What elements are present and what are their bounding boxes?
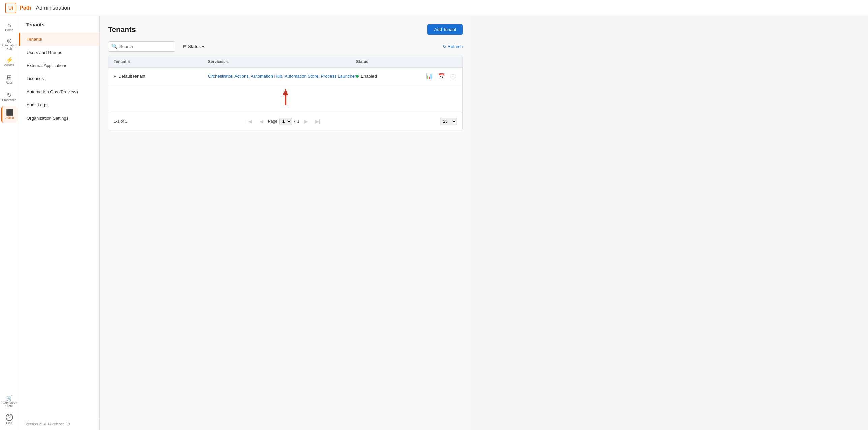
search-input[interactable] bbox=[119, 44, 172, 49]
status-col-label: Status bbox=[356, 59, 368, 64]
nav-automation-store-label: Automation Store bbox=[1, 401, 18, 408]
services-cell[interactable]: Orchestrator, Actions, Automation Hub, A… bbox=[208, 74, 356, 79]
main-content: Tenants Add Tenant 🔍 ⊟ Status ▾ ↻ Refres bbox=[100, 16, 471, 430]
search-box[interactable]: 🔍 bbox=[108, 41, 175, 52]
bar-chart-icon[interactable]: 📊 bbox=[425, 72, 434, 81]
sidebar-menu: Tenants Users and Groups External Applic… bbox=[19, 33, 99, 418]
sidebar-item-automation-ops[interactable]: Automation Ops (Preview) bbox=[19, 85, 99, 98]
toolbar: 🔍 ⊟ Status ▾ ↻ Refresh bbox=[108, 41, 463, 56]
help-icon: ? bbox=[6, 414, 13, 421]
sidebar-item-licenses[interactable]: Licenses bbox=[19, 72, 99, 85]
nav-item-help[interactable]: ? Help bbox=[1, 411, 18, 427]
nav-item-actions[interactable]: ⚡ Actions bbox=[1, 54, 18, 70]
row-actions-cell: 📊 📅 ⋮ bbox=[423, 72, 457, 81]
per-page-select[interactable]: 25 50 100 bbox=[440, 118, 457, 125]
logo-brand: Path bbox=[20, 5, 31, 11]
per-page-control: 25 50 100 bbox=[440, 118, 457, 125]
status-filter-label: Status bbox=[188, 44, 201, 49]
nav-item-automation-hub[interactable]: ◎ Automation Hub bbox=[1, 36, 18, 53]
next-page-button[interactable]: ▶ bbox=[301, 117, 311, 126]
more-options-icon[interactable]: ⋮ bbox=[449, 72, 457, 81]
pagination: 1-1 of 1 |◀ ◀ Page 1 / 1 ▶ ▶| bbox=[108, 112, 462, 130]
chevron-down-icon: ▾ bbox=[202, 44, 204, 49]
nav-actions-label: Actions bbox=[4, 64, 14, 67]
logo-area: Ui Path Administration bbox=[5, 3, 70, 13]
status-filter[interactable]: ⊟ Status ▾ bbox=[179, 42, 208, 52]
nav-item-admin[interactable]: ⬛ Admin bbox=[1, 106, 18, 123]
sidebar-item-audit-logs[interactable]: Audit Logs bbox=[19, 98, 99, 111]
services-sort-icon: ⇅ bbox=[226, 60, 229, 64]
calendar-icon[interactable]: 📅 bbox=[437, 72, 446, 81]
tenant-sort-icon: ⇅ bbox=[128, 60, 130, 64]
sidebar: Tenants Tenants Users and Groups Externa… bbox=[19, 16, 100, 430]
admin-title: Administration bbox=[36, 5, 70, 11]
refresh-label: Refresh bbox=[448, 44, 463, 49]
refresh-button[interactable]: ↻ Refresh bbox=[443, 44, 463, 49]
logo-box: Ui bbox=[5, 3, 16, 13]
services-col-label: Services bbox=[208, 59, 225, 64]
sidebar-item-org-settings[interactable]: Organization Settings bbox=[19, 111, 99, 125]
sidebar-item-external-apps[interactable]: External Applications bbox=[19, 59, 99, 72]
nav-processes-label: Processes bbox=[2, 99, 16, 102]
last-page-button[interactable]: ▶| bbox=[313, 117, 322, 126]
apps-icon: ⊞ bbox=[7, 74, 12, 80]
version-label: Version 21.4.14-release.10 bbox=[26, 422, 70, 426]
prev-page-button[interactable]: ◀ bbox=[257, 117, 266, 126]
column-header-actions bbox=[423, 59, 457, 64]
page-title: Tenants bbox=[108, 25, 136, 34]
first-page-button[interactable]: |◀ bbox=[245, 117, 255, 126]
filter-icon: ⊟ bbox=[183, 44, 187, 49]
tenant-cell: ▶ DefaultTenant bbox=[114, 74, 208, 79]
admin-icon: ⬛ bbox=[6, 109, 13, 115]
toolbar-right: ↻ Refresh bbox=[443, 44, 463, 49]
status-label: Enabled bbox=[361, 74, 377, 79]
sidebar-header: Tenants bbox=[19, 16, 99, 33]
page-header: Tenants Add Tenant bbox=[108, 24, 463, 35]
status-dot bbox=[356, 75, 359, 78]
automation-hub-icon: ◎ bbox=[7, 38, 12, 43]
annotation-arrow bbox=[283, 89, 288, 105]
pagination-controls: |◀ ◀ Page 1 / 1 ▶ ▶| bbox=[245, 117, 322, 126]
nav-item-apps[interactable]: ⊞ Apps bbox=[1, 71, 18, 88]
actions-icon: ⚡ bbox=[6, 57, 13, 63]
table-row: ▶ DefaultTenant Orchestrator, Actions, A… bbox=[108, 68, 462, 85]
total-pages: 1 bbox=[297, 119, 299, 124]
toolbar-left: 🔍 ⊟ Status ▾ bbox=[108, 41, 208, 52]
page-label: Page bbox=[268, 119, 277, 124]
tenant-name: DefaultTenant bbox=[118, 74, 145, 79]
sidebar-footer: Version 21.4.14-release.10 bbox=[19, 418, 99, 430]
tenant-col-label: Tenant bbox=[114, 59, 126, 64]
expand-icon[interactable]: ▶ bbox=[114, 74, 116, 78]
nav-item-home[interactable]: ⌂ Home bbox=[1, 19, 18, 35]
top-bar: Ui Path Administration bbox=[0, 0, 868, 16]
tenants-table: Tenant ⇅ Services ⇅ Status ▶ DefaultTena… bbox=[108, 56, 463, 130]
table-header: Tenant ⇅ Services ⇅ Status bbox=[108, 56, 462, 68]
logo-icon: Ui bbox=[8, 5, 13, 11]
column-header-services[interactable]: Services ⇅ bbox=[208, 59, 356, 64]
page-separator: / bbox=[294, 119, 295, 124]
nav-home-label: Home bbox=[5, 29, 13, 32]
nav-item-automation-store[interactable]: 🛒 Automation Store bbox=[1, 394, 18, 410]
page-info: Page 1 / 1 bbox=[268, 118, 299, 125]
nav-apps-label: Apps bbox=[6, 81, 13, 85]
sidebar-item-users-groups[interactable]: Users and Groups bbox=[19, 46, 99, 59]
refresh-icon: ↻ bbox=[443, 44, 446, 49]
processes-icon: ↻ bbox=[7, 92, 12, 98]
automation-store-icon: 🛒 bbox=[6, 395, 13, 401]
nav-help-label: Help bbox=[6, 422, 12, 425]
red-arrow-shape bbox=[283, 89, 288, 105]
page-select[interactable]: 1 bbox=[279, 118, 292, 125]
home-icon: ⌂ bbox=[7, 22, 11, 28]
pagination-count: 1-1 of 1 bbox=[114, 119, 127, 124]
sidebar-item-tenants[interactable]: Tenants bbox=[19, 33, 99, 46]
column-header-status: Status bbox=[356, 59, 423, 64]
status-cell: Enabled bbox=[356, 74, 423, 79]
nav-automation-hub-label: Automation Hub bbox=[1, 44, 18, 51]
add-tenant-button[interactable]: Add Tenant bbox=[427, 24, 463, 35]
search-icon: 🔍 bbox=[112, 44, 117, 49]
arrow-area bbox=[108, 85, 462, 112]
column-header-tenant[interactable]: Tenant ⇅ bbox=[114, 59, 208, 64]
services-list: Orchestrator, Actions, Automation Hub, A… bbox=[208, 74, 356, 79]
nav-admin-label: Admin bbox=[5, 116, 14, 120]
nav-item-processes[interactable]: ↻ Processes bbox=[1, 89, 18, 105]
